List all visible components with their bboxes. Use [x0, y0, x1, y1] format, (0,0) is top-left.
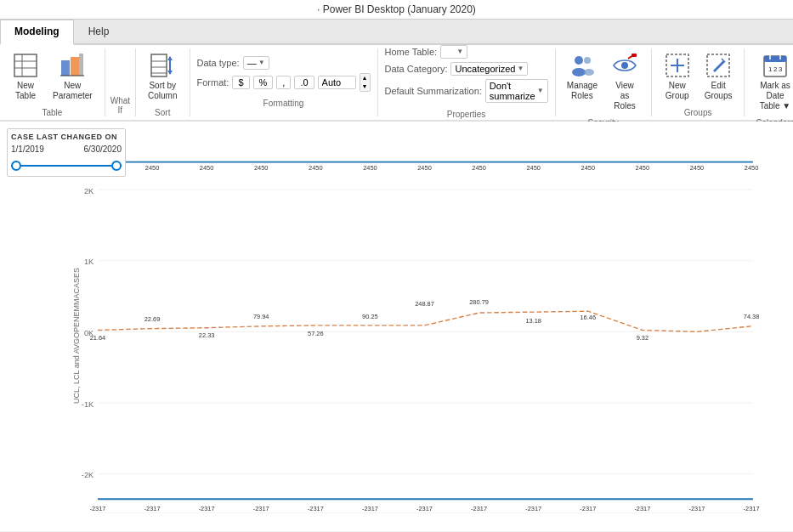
- svg-text:-2317: -2317: [416, 505, 433, 512]
- view-as-roles-icon: [611, 52, 638, 79]
- data-type-dropdown[interactable]: — ▼: [243, 56, 269, 70]
- svg-text:2450: 2450: [363, 164, 377, 172]
- svg-text:2450: 2450: [417, 164, 432, 172]
- svg-text:2450: 2450: [690, 164, 705, 172]
- home-table-dropdown[interactable]: ▼: [440, 45, 467, 59]
- default-summarization-dropdown[interactable]: Don't summarize ▼: [485, 79, 548, 103]
- svg-text:-2317: -2317: [580, 505, 596, 512]
- default-summarization-row: Default Summarization: Don't summarize ▼: [385, 79, 548, 103]
- stepper-down[interactable]: ▼: [360, 82, 370, 91]
- slicer-end-date: 6/30/2020: [84, 144, 122, 154]
- manage-roles-button[interactable]: ManageRoles: [563, 48, 603, 105]
- data-category-dropdown[interactable]: Uncategorized ▼: [450, 62, 528, 76]
- ribbon-group-security: ManageRoles View asRoles Security: [556, 48, 652, 116]
- svg-text:2450: 2450: [472, 164, 486, 172]
- svg-text:-2317: -2317: [199, 505, 215, 512]
- new-parameter-icon: [59, 52, 86, 79]
- data-type-row: Data type: — ▼: [197, 56, 371, 70]
- svg-text:2450: 2450: [745, 164, 759, 172]
- format-row: Format: $ % , .0 ▲ ▼: [197, 73, 371, 92]
- svg-text:-2317: -2317: [253, 505, 269, 512]
- svg-point-13: [575, 56, 583, 65]
- svg-rect-5: [71, 57, 79, 76]
- svg-text:-2317: -2317: [744, 505, 760, 512]
- data-category-caret: ▼: [517, 65, 524, 72]
- view-as-roles-button[interactable]: View asRoles: [605, 48, 643, 115]
- whatif-group-label: What If: [110, 96, 130, 116]
- edit-groups-button[interactable]: EditGroups: [700, 48, 738, 105]
- svg-text:22.69: 22.69: [144, 315, 161, 323]
- format-decimal[interactable]: .0: [294, 76, 314, 89]
- format-auto-input[interactable]: [318, 76, 356, 89]
- svg-text:-1K: -1K: [82, 400, 94, 409]
- svg-text:-2317: -2317: [688, 505, 705, 512]
- svg-text:21.64: 21.64: [90, 334, 106, 342]
- slider-thumb-left[interactable]: [11, 161, 21, 171]
- default-summarization-value: Don't summarize: [490, 81, 535, 101]
- data-category-row: Data Category: Uncategorized ▼: [385, 62, 548, 76]
- slicer-title: CASE LAST CHANGED ON: [11, 133, 122, 141]
- new-group-button[interactable]: NewGroup: [659, 48, 696, 105]
- format-stepper[interactable]: ▲ ▼: [360, 73, 371, 92]
- groups-group-content: NewGroup EditGroups: [659, 48, 738, 105]
- tab-help[interactable]: Help: [74, 20, 124, 43]
- new-parameter-button[interactable]: NewParameter: [48, 48, 98, 105]
- format-dollar[interactable]: $: [232, 76, 249, 89]
- ribbon: NewTable NewParameter Table What If: [0, 45, 793, 122]
- svg-text:2450: 2450: [636, 164, 650, 172]
- mark-as-date-table-label: Mark asDate Table ▼: [756, 81, 793, 111]
- svg-text:74.38: 74.38: [744, 313, 760, 320]
- chart-svg: 2K 1K 0K -1K -2K 2450 2450: [24, 158, 793, 513]
- svg-text:2450: 2450: [254, 164, 269, 172]
- new-table-button[interactable]: NewTable: [7, 48, 44, 105]
- manage-roles-label: ManageRoles: [567, 81, 598, 101]
- data-category-label: Data Category:: [385, 64, 448, 74]
- slicer-slider[interactable]: [11, 159, 122, 173]
- data-type-caret: ▼: [258, 59, 265, 66]
- calendars-group-content: 1 2 3 Mark asDate Table ▼: [751, 48, 793, 115]
- ribbon-group-calendars: 1 2 3 Mark asDate Table ▼ Calendars: [745, 48, 793, 116]
- ribbon-group-whatif: What If: [105, 48, 136, 116]
- tab-bar: Modeling Help: [0, 20, 793, 45]
- format-controls: $ % , .0 ▲ ▼: [232, 73, 370, 92]
- svg-text:13.18: 13.18: [525, 317, 541, 325]
- format-comma[interactable]: ,: [276, 76, 291, 89]
- data-type-value: —: [247, 58, 257, 68]
- security-group-content: ManageRoles View asRoles: [563, 48, 644, 115]
- chart-area: UCL, LCL and AVGOPENEMMACASES 2K 1K 0K -…: [7, 158, 786, 513]
- slider-thumb-right[interactable]: [111, 161, 122, 171]
- sort-by-column-label: Sort byColumn: [148, 81, 177, 101]
- sort-group-label: Sort: [155, 108, 170, 119]
- mark-as-date-table-icon: 1 2 3: [762, 52, 789, 79]
- sort-by-column-button[interactable]: Sort byColumn: [143, 48, 182, 105]
- svg-text:57.26: 57.26: [308, 330, 324, 337]
- svg-text:1K: 1K: [84, 258, 94, 266]
- ribbon-group-formatting: Data type: — ▼ Format: $ % , .0 ▲ ▼ Form…: [190, 48, 378, 116]
- home-table-row: Home Table: ▼: [385, 45, 548, 59]
- tab-modeling[interactable]: Modeling: [0, 20, 74, 45]
- svg-text:3: 3: [779, 65, 783, 73]
- slider-track: [11, 165, 122, 167]
- svg-text:2450: 2450: [526, 164, 541, 172]
- properties-group-label: Properties: [385, 110, 548, 121]
- stepper-up[interactable]: ▲: [360, 74, 370, 82]
- sort-group-content: Sort byColumn: [143, 48, 182, 105]
- svg-text:-2317: -2317: [362, 505, 378, 512]
- format-label: Format:: [197, 77, 229, 88]
- home-table-label: Home Table:: [385, 47, 438, 57]
- formatting-group-label: Formatting: [197, 99, 371, 110]
- format-percent[interactable]: %: [253, 76, 274, 89]
- groups-group-label: Groups: [684, 108, 712, 119]
- slicer-dates: 1/1/2019 6/30/2020: [11, 144, 122, 154]
- svg-point-14: [572, 68, 586, 76]
- svg-point-16: [584, 69, 594, 76]
- svg-text:-2317: -2317: [634, 505, 650, 512]
- y-axis-label: UCL, LCL and AVGOPENEMMACASES: [72, 268, 81, 404]
- ribbon-group-groups: NewGroup EditGroups Groups: [652, 48, 745, 116]
- mark-as-date-table-button[interactable]: 1 2 3 Mark asDate Table ▼: [751, 48, 793, 115]
- table-group-content: NewTable NewParameter: [7, 48, 98, 105]
- svg-text:79.94: 79.94: [253, 313, 269, 320]
- svg-text:-2K: -2K: [82, 471, 94, 479]
- ribbon-group-properties: Home Table: ▼ Data Category: Uncategoriz…: [378, 48, 556, 116]
- svg-text:-2317: -2317: [471, 505, 487, 512]
